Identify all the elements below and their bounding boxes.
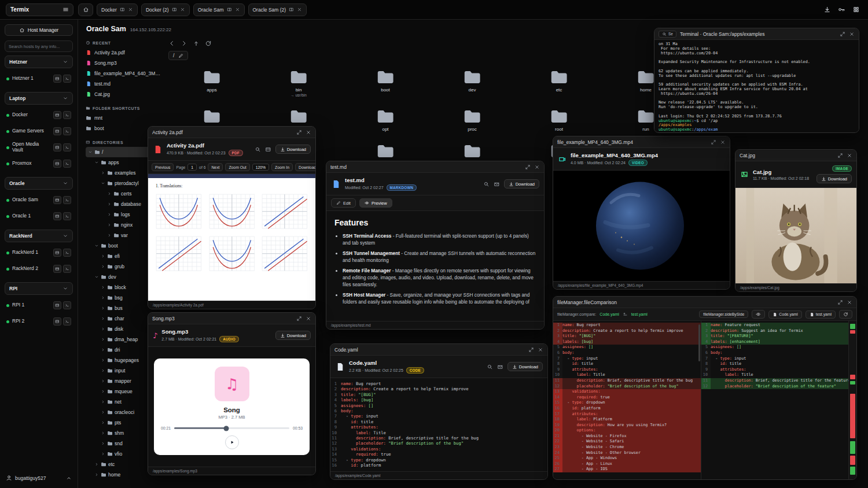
previous-page-button[interactable]: Previous bbox=[152, 163, 174, 171]
file-manager-button[interactable] bbox=[53, 196, 61, 204]
terminal-button[interactable] bbox=[63, 212, 71, 220]
terminal-button[interactable] bbox=[63, 111, 71, 119]
expand-icon[interactable] bbox=[837, 300, 843, 305]
code-editor[interactable]: 1name: Bug report2description: Create a … bbox=[330, 378, 547, 471]
expand-icon[interactable] bbox=[711, 139, 716, 145]
sidebar-host-racknerd-1[interactable]: RackNerd 1 bbox=[5, 245, 73, 260]
terminal-output[interactable]: on 31 Ma For more details see: https://u… bbox=[654, 40, 859, 132]
scrollbar-thumb[interactable] bbox=[698, 324, 700, 361]
home-tab-button[interactable] bbox=[78, 3, 93, 16]
terminal-search[interactable]: Se bbox=[659, 31, 676, 38]
sidebar-host-oracle-sam[interactable]: Oracle Sam bbox=[5, 193, 73, 208]
host-group-header[interactable]: RPI bbox=[5, 282, 73, 295]
video-frame[interactable] bbox=[553, 171, 730, 281]
edit-tab[interactable]: Edit bbox=[331, 198, 356, 208]
open-file-b-button[interactable]: test.yaml bbox=[806, 310, 836, 319]
zoom-out-button[interactable]: Zoom Out bbox=[225, 163, 249, 171]
sidebar-host-proxmox[interactable]: Proxmox bbox=[5, 156, 73, 171]
terminal-button[interactable] bbox=[63, 127, 71, 135]
grid-folder-opt[interactable]: opt bbox=[351, 106, 420, 132]
diff-right-pane[interactable]: 1name: Feature request2description: Sugg… bbox=[701, 321, 848, 479]
recent-item-file-example-mp4-640-3mg-mp4[interactable]: file_example_MP4_640_3MG.mp4 bbox=[86, 68, 161, 79]
up-directory-icon[interactable] bbox=[193, 40, 200, 47]
tab-oracle-sam-2[interactable]: Oracle Sam (2) bbox=[248, 3, 307, 16]
terminal-button[interactable] bbox=[63, 265, 71, 273]
file-manager-button[interactable] bbox=[53, 160, 61, 168]
diff-minimap[interactable] bbox=[848, 321, 856, 479]
sidebar-host-open-media-vault[interactable]: Open Media Vault bbox=[5, 140, 73, 155]
zoom-in-button[interactable]: Zoom In bbox=[271, 163, 293, 171]
toggle-visibility-button[interactable] bbox=[752, 310, 765, 319]
host-group-header[interactable]: RackNerd bbox=[5, 230, 73, 242]
file-manager-button[interactable] bbox=[53, 249, 61, 257]
close-icon[interactable] bbox=[534, 164, 540, 170]
tab-oracle-sam[interactable]: Oracle Sam bbox=[193, 3, 245, 16]
close-icon[interactable] bbox=[538, 347, 543, 353]
search-icon[interactable] bbox=[255, 146, 261, 153]
split-icon[interactable] bbox=[172, 7, 177, 12]
close-icon[interactable] bbox=[306, 130, 311, 135]
sidebar-host-docker[interactable]: Docker bbox=[5, 108, 73, 123]
edit-path-icon[interactable] bbox=[178, 53, 183, 58]
sidebar-host-oracle-1[interactable]: Oracle 1 bbox=[5, 209, 73, 224]
sidebar-host-rpi-1[interactable]: RPI 1 bbox=[5, 298, 73, 313]
apps-grid-icon[interactable] bbox=[852, 6, 860, 13]
split-icon[interactable] bbox=[289, 7, 294, 12]
terminal-button[interactable] bbox=[63, 143, 71, 151]
page-number-input[interactable]: 1 bbox=[187, 164, 197, 171]
expand-icon[interactable] bbox=[296, 130, 302, 135]
terminal-button[interactable] bbox=[63, 249, 71, 257]
image-preview[interactable] bbox=[735, 188, 856, 283]
terminal-button[interactable] bbox=[63, 196, 71, 204]
grid-folder-proc[interactable]: proc bbox=[437, 106, 507, 132]
file-manager-button[interactable] bbox=[53, 301, 61, 309]
grid-folder-root[interactable]: root bbox=[524, 106, 594, 132]
search-icon[interactable] bbox=[483, 181, 490, 187]
file-manager-button[interactable] bbox=[53, 75, 61, 83]
recent-item-cat-jpg[interactable]: Cat.jpg bbox=[86, 89, 161, 99]
terminal-button[interactable] bbox=[63, 75, 71, 83]
host-group-header[interactable]: Hetzner bbox=[5, 56, 73, 68]
shortcut-mnt[interactable]: mnt bbox=[86, 113, 161, 123]
tab-docker[interactable]: Docker bbox=[97, 3, 138, 16]
seek-track[interactable] bbox=[174, 427, 289, 429]
download-button[interactable]: Download bbox=[275, 331, 311, 340]
grid-folder-apps[interactable]: apps bbox=[177, 67, 247, 97]
terminal-button[interactable] bbox=[63, 301, 71, 309]
open-file-a-button[interactable]: Code.yaml bbox=[768, 310, 802, 319]
grid-folder-etc[interactable]: etc bbox=[524, 67, 594, 97]
file-manager-button[interactable] bbox=[53, 143, 61, 151]
path-bar[interactable]: / bbox=[168, 51, 188, 60]
download-button[interactable]: Download bbox=[816, 174, 852, 183]
tab-docker-2[interactable]: Docker (2) bbox=[141, 3, 190, 16]
expand-icon[interactable] bbox=[296, 316, 302, 321]
credentials-icon[interactable] bbox=[838, 6, 845, 13]
recent-item-test-md[interactable]: test.md bbox=[86, 79, 161, 89]
forward-icon[interactable] bbox=[181, 40, 187, 47]
share-icon[interactable] bbox=[497, 364, 503, 370]
close-icon[interactable] bbox=[306, 316, 311, 321]
share-icon[interactable] bbox=[494, 181, 500, 187]
file-manager-button[interactable] bbox=[53, 212, 61, 220]
refresh-icon[interactable] bbox=[205, 40, 212, 47]
file-manager-button[interactable] bbox=[53, 317, 61, 326]
search-icon[interactable] bbox=[487, 364, 493, 370]
close-icon[interactable] bbox=[849, 31, 855, 37]
file-manager-button[interactable] bbox=[53, 111, 61, 119]
tab-close-icon[interactable] bbox=[180, 7, 185, 12]
split-icon[interactable] bbox=[227, 7, 232, 12]
file-manager-button[interactable] bbox=[53, 127, 61, 135]
next-page-button[interactable]: Next bbox=[208, 163, 223, 171]
tab-close-icon[interactable] bbox=[235, 7, 240, 12]
sidebar-toggle-icon[interactable] bbox=[62, 6, 69, 13]
grid-folder-dev[interactable]: dev bbox=[437, 67, 507, 97]
sidebar-host-hetzner-1[interactable]: Hetzner 1 bbox=[5, 71, 73, 86]
recent-item-activity-2a-pdf[interactable]: Activity 2a.pdf bbox=[86, 47, 161, 58]
sidebar-user[interactable]: bugattiguy527 bbox=[5, 472, 73, 483]
play-button[interactable] bbox=[225, 435, 239, 449]
file-manager-button[interactable] bbox=[53, 265, 61, 273]
close-icon[interactable] bbox=[847, 153, 852, 158]
host-group-header[interactable]: Laptop bbox=[5, 92, 73, 105]
host-search-input[interactable] bbox=[5, 40, 73, 52]
tab-close-icon[interactable] bbox=[128, 7, 133, 12]
